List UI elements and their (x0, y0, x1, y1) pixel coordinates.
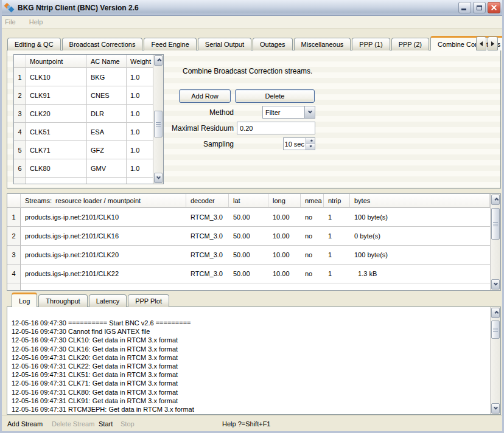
tab-editing-qc[interactable]: Editing & QC (7, 38, 61, 50)
row-number[interactable]: 2 (14, 86, 26, 105)
log-output[interactable]: 12-05-16 09:47:30 ========== Start BNC v… (7, 307, 490, 414)
stream-cell[interactable]: no (301, 283, 324, 290)
stream-cell[interactable]: 10.00 (268, 208, 301, 227)
table-cell[interactable]: CNES (87, 86, 127, 105)
stream-cell[interactable]: 50.00 (229, 265, 268, 283)
row-number[interactable]: 3 (7, 246, 21, 265)
stream-cell[interactable]: RTCM_3.0 (186, 227, 229, 246)
stream-cell[interactable]: 50.00 (229, 283, 268, 290)
stream-cell[interactable]: products.igs-ip.net:2101/CLK10 (21, 208, 186, 227)
table-cell[interactable]: CLK10 (26, 68, 87, 86)
dropdown-button[interactable] (304, 106, 315, 118)
stream-cell[interactable]: 1 (324, 265, 350, 283)
add-row-button[interactable]: Add Row (179, 89, 231, 103)
scroll-thumb[interactable] (491, 320, 500, 339)
tab-miscellaneous[interactable]: Miscellaneous (294, 38, 351, 50)
combine-table-grid[interactable]: MountpointAC NameWeight1CLK10BKG1.02CLK9… (14, 55, 153, 184)
table-cell[interactable]: GFZ (87, 141, 127, 159)
menu-help[interactable]: Help (29, 18, 43, 26)
scroll-up-button[interactable] (491, 308, 500, 318)
row-number[interactable]: 5 (7, 283, 21, 290)
table-cell[interactable]: 1.0 (127, 68, 153, 86)
stream-cell[interactable]: 10.00 (268, 246, 301, 265)
stream-cell[interactable]: products.igs-ip.net:2101/CLK20 (21, 246, 186, 265)
tab-serial-output[interactable]: Serial Output (198, 38, 251, 50)
tab-outages[interactable]: Outages (253, 38, 293, 50)
stream-cell[interactable]: RTCM_3.0 (186, 208, 229, 227)
stream-cell[interactable]: products.igs-ip.net:2101/CLK16 (21, 227, 186, 246)
row-number[interactable]: 2 (7, 227, 21, 246)
stream-cell[interactable]: no (301, 227, 324, 246)
row-number[interactable]: 4 (7, 265, 21, 283)
table-cell[interactable]: GMV (87, 159, 127, 178)
stream-cell[interactable]: 100 byte(s) (350, 283, 490, 290)
tab-ppp-plot[interactable]: PPP Plot (128, 294, 169, 307)
combine-col-header-ac-name[interactable]: AC Name (87, 55, 127, 68)
tab-throughput[interactable]: Throughput (38, 294, 87, 307)
stream-cell[interactable]: 50.00 (229, 208, 268, 227)
table-cell[interactable]: ESA (87, 123, 127, 141)
scroll-down-button[interactable] (491, 279, 500, 289)
maximal-residuum-input[interactable] (237, 122, 315, 134)
table-cell[interactable]: CLK91 (26, 86, 87, 105)
tab-log[interactable]: Log (12, 293, 37, 307)
title-bar[interactable]: BKG Ntrip Client (BNC) Version 2.6 (0, 0, 504, 16)
stream-cell[interactable]: 100 byte(s) (350, 208, 490, 227)
method-dropdown[interactable]: Filter (262, 106, 315, 119)
streams-table-grid[interactable]: Streams: resource loader / mountpointdec… (7, 194, 490, 290)
streams-col-header-lat[interactable]: lat (229, 194, 268, 208)
menu-file[interactable]: File (5, 18, 16, 26)
streams-col-header-nmea[interactable]: nmea (301, 194, 324, 208)
statusbar-action-start[interactable]: Start (99, 420, 113, 428)
row-number[interactable]: 3 (14, 105, 26, 123)
stream-cell[interactable]: 1 (324, 246, 350, 265)
sampling-spinner[interactable]: 10 sec (283, 137, 315, 150)
stream-cell[interactable]: no (301, 246, 324, 265)
stream-cell[interactable]: 50.00 (229, 227, 268, 246)
stream-cell[interactable]: 1.3 kB (350, 265, 490, 283)
streams-col-header-row-number[interactable] (7, 194, 21, 208)
row-number[interactable]: 4 (14, 123, 26, 141)
row-number[interactable]: 1 (7, 208, 21, 227)
spin-up-button[interactable] (306, 138, 315, 144)
delete-button[interactable]: Delete (235, 89, 315, 103)
tab-scroll-left-button[interactable] (476, 36, 486, 50)
stream-cell[interactable]: RTCM_3.0 (186, 246, 229, 265)
stream-cell[interactable]: products.igs-ip.net:2101/CLK51 (21, 283, 186, 290)
scroll-up-button[interactable] (154, 55, 163, 66)
row-number[interactable]: 5 (14, 141, 26, 159)
table-cell[interactable]: BKG (87, 68, 127, 86)
tab-ppp-2[interactable]: PPP (2) (391, 38, 429, 50)
tab-ppp-1[interactable]: PPP (1) (352, 38, 390, 50)
stream-cell[interactable]: 10.00 (268, 227, 301, 246)
streams-col-header-ntrip[interactable]: ntrip (324, 194, 350, 208)
stream-cell[interactable]: RTCM_3.0 (186, 265, 229, 283)
scroll-track[interactable] (153, 66, 163, 172)
tab-broadcast-corrections[interactable]: Broadcast Corrections (62, 38, 143, 50)
table-cell[interactable]: CLK20 (26, 105, 87, 123)
table-cell[interactable]: CLK80 (26, 159, 87, 178)
tab-latency[interactable]: Latency (89, 294, 127, 307)
close-button[interactable] (488, 2, 500, 13)
statusbar-action-add-stream[interactable]: Add Stream (7, 420, 43, 428)
tab-scroll-right-button[interactable] (488, 36, 498, 50)
streams-col-header-streams-resource-loader-mountpoint[interactable]: Streams: resource loader / mountpoint (21, 194, 186, 208)
streams-col-header-long[interactable]: long (268, 194, 301, 208)
combine-col-header-mountpoint[interactable]: Mountpoint (26, 55, 87, 68)
table-cell[interactable]: CLK51 (26, 123, 87, 141)
scroll-up-button[interactable] (491, 195, 500, 205)
scroll-thumb[interactable] (491, 208, 500, 240)
stream-cell[interactable]: 10.00 (268, 265, 301, 283)
maximize-button[interactable] (473, 2, 486, 13)
table-cell[interactable]: 1.0 (127, 159, 153, 178)
minimize-button[interactable] (458, 2, 471, 13)
stream-cell[interactable]: 0 byte(s) (350, 227, 490, 246)
stream-cell[interactable]: no (301, 265, 324, 283)
streams-col-header-bytes[interactable]: bytes (350, 194, 490, 208)
combine-col-header-weight[interactable]: Weight (127, 55, 153, 68)
combine-col-header-row-number[interactable] (14, 55, 26, 68)
stream-cell[interactable]: 1 (324, 283, 350, 290)
scroll-down-button[interactable] (154, 173, 163, 183)
tab-feed-engine[interactable]: Feed Engine (144, 38, 196, 50)
stream-cell[interactable]: 1 (324, 208, 350, 227)
